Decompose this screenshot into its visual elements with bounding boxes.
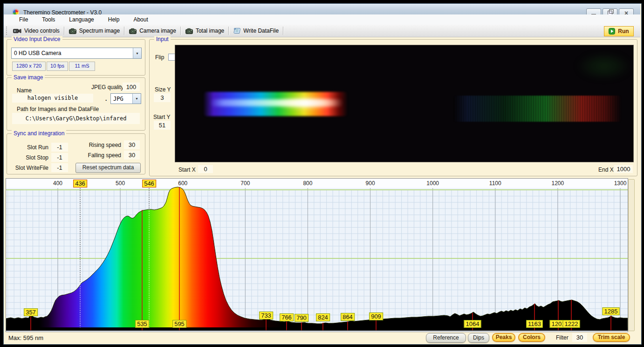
slot-stop-field[interactable]: -1 [51,153,68,162]
spectrum-smudge [576,52,632,80]
slot-writefile-field[interactable]: -1 [51,163,68,172]
peaks-button[interactable]: Peaks [492,333,515,342]
start-x-field[interactable]: 0 [198,165,213,173]
spectrum-band-second-order [454,96,622,122]
filter-label: Filter [556,334,569,341]
peak-label-1064: 1064 [464,320,481,328]
chevron-down-icon[interactable]: ▼ [133,48,141,58]
video-format-button-0[interactable]: 1280 x 720 [12,62,46,71]
extension-value: JPG [111,96,132,102]
reference-line-label-436: 436 [73,180,87,187]
trim-scale-button[interactable]: Trim scale [593,333,630,342]
size-y-label: Size Y [155,86,171,93]
camera-icon [185,28,193,34]
reference-button[interactable]: Reference [426,333,466,343]
x-axis-tick-600: 600 [178,180,187,187]
slot-writefile-label: Slot WriteFile [10,165,48,171]
peak-label-1222: 1222 [563,320,580,328]
toolbar: Video controlsSpectrum imageCamera image… [4,25,640,37]
peak-label-1163: 1163 [526,320,543,328]
x-axis-tick-900: 900 [366,180,375,187]
toolbar-separator [283,27,284,35]
peak-label-864: 864 [341,313,355,321]
spectrum-plot [6,179,628,332]
toolbar-item-spectrum-image[interactable]: Spectrum image [65,26,124,36]
scroll-icon [233,28,240,34]
video-format-button-1[interactable]: 10 fps [47,62,68,71]
menu-item-help[interactable]: Help [101,14,127,25]
video-device-value: 0 HD USB Camera [12,50,133,56]
peak-label-909: 909 [369,312,383,320]
peak-label-1285: 1285 [603,307,620,315]
menu-item-about[interactable]: About [126,14,155,25]
flip-checkbox[interactable] [168,54,175,61]
size-y-field[interactable]: 3 [154,93,171,102]
camera-preview[interactable] [175,45,634,162]
spectrum-band-hotspot [275,96,336,111]
path-label: Path for Images and the DataFile [17,106,99,112]
toolbar-item-label: Write DataFile [243,28,279,34]
run-label: Run [618,28,629,35]
falling-speed-label: Falling speed [83,152,121,159]
x-axis-tick-700: 700 [240,180,250,187]
jpeg-quality-field[interactable]: 100 [123,83,140,91]
menu-item-file[interactable]: File [12,14,35,25]
dot-separator: . [105,96,107,102]
name-label: Name [17,87,32,94]
colors-button[interactable]: Colors [518,333,545,342]
video-device-select[interactable]: 0 HD USB Camera ▼ [11,48,142,59]
play-icon [609,28,615,35]
slot-run-field[interactable]: -1 [51,143,68,152]
falling-speed-field[interactable]: 30 [124,151,140,160]
reset-spectrum-button[interactable]: Reset spectrum data [75,163,141,173]
rising-speed-field[interactable]: 30 [124,140,140,149]
peak-label-766: 766 [280,313,294,321]
x-axis-tick-400: 400 [53,180,62,187]
flip-label: Flip [155,54,164,61]
start-x-label: Start X [178,167,196,173]
extension-select[interactable]: JPG ▼ [110,93,141,104]
toolbar-item-write-datafile[interactable]: Write DataFile [229,26,283,36]
rising-speed-label: Rising speed [84,142,121,148]
slot-stop-label: Slot Stop [20,154,48,161]
chart-scrollbar[interactable] [628,179,635,331]
save-image-group-label: Save image [12,74,45,81]
x-axis-tick-1300: 1300 [614,180,627,187]
jpeg-quality-label: JPEG quality [91,84,123,90]
spectrum-chart[interactable]: 4005006007008009001000110012001300436546… [6,178,628,332]
reference-line-label-546: 546 [142,180,156,187]
video-format-button-2[interactable]: 11 mS [69,62,95,71]
toolbar-item-label: Total image [196,28,224,34]
chevron-down-icon[interactable]: ▼ [132,94,141,104]
dips-button[interactable]: Dips [468,333,489,343]
menu-item-language[interactable]: Language [62,14,101,25]
x-axis-tick-1200: 1200 [552,180,564,187]
x-axis-tick-1000: 1000 [426,180,439,187]
start-y-field[interactable]: 51 [154,121,171,130]
peak-label-733: 733 [259,312,273,319]
filename-field[interactable]: halogen visible [12,94,93,103]
start-y-label: Start Y [153,114,170,120]
video-controls-icon [13,28,21,34]
x-axis-tick-1100: 1100 [489,180,501,187]
menu-item-tools[interactable]: Tools [35,14,62,25]
peak-label-357: 357 [24,308,38,316]
run-button[interactable]: Run [604,26,634,36]
toolbar-item-total-image[interactable]: Total image [181,26,228,36]
input-group-label: Input [154,36,171,42]
x-axis-tick-500: 500 [116,180,125,187]
max-peak-readout: Max: 595 nm [8,334,43,341]
peak-label-790: 790 [295,314,308,322]
filter-field[interactable]: 30 [572,333,587,342]
end-x-label: End X [598,167,614,173]
toolbar-item-video-controls[interactable]: Video controls [9,26,64,36]
end-x-field[interactable]: 1000 [614,165,633,173]
toolbar-item-label: Camera image [139,28,176,34]
title-bar[interactable]: Theremino Spectrometer - V3.0 × [4,4,640,15]
camera-icon [129,28,137,34]
peak-label-595: 595 [172,320,186,328]
menu-bar: FileToolsLanguageHelpAbout [4,14,640,25]
toolbar-item-label: Spectrum image [79,28,120,34]
path-field[interactable]: C:\Users\GaryG\Desktop\infared [12,113,140,124]
toolbar-item-camera-image[interactable]: Camera image [125,26,180,36]
